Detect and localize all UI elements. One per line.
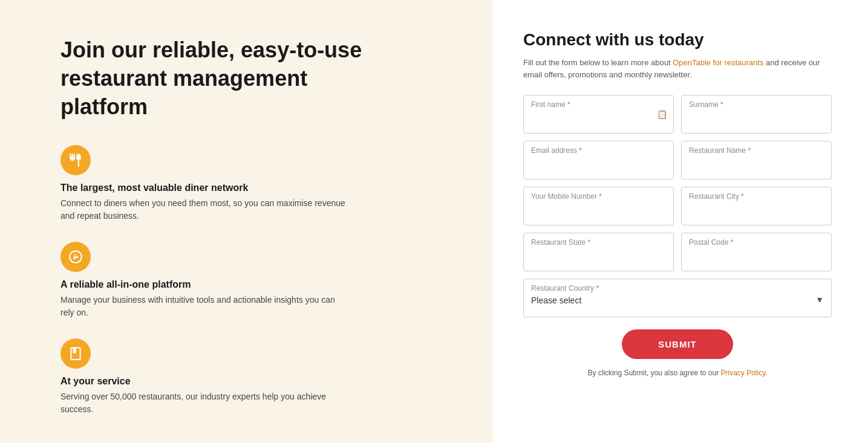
submit-row: SUBMIT	[523, 329, 832, 359]
page-headline: Join our reliable, easy-to-use restauran…	[60, 36, 375, 121]
restaurant-name-label: Restaurant Name *	[689, 146, 824, 155]
surname-input[interactable]	[689, 109, 824, 123]
form-subtitle: Fill out the form below to learn more ab…	[523, 57, 832, 80]
restaurant-name-field: Restaurant Name *	[681, 141, 832, 179]
form-title: Connect with us today	[523, 30, 832, 50]
first-name-label: First name *	[531, 100, 666, 109]
email-input[interactable]	[531, 155, 666, 169]
mobile-label: Your Mobile Number *	[531, 192, 666, 201]
chevron-down-icon: ▼	[815, 295, 824, 305]
restaurant-country-label: Restaurant Country *	[531, 284, 824, 293]
feature-all-in-one: A reliable all-in-one platform Manage yo…	[60, 242, 457, 319]
mobile-input[interactable]	[531, 201, 666, 215]
restaurant-country-field: Restaurant Country * Please select Austr…	[523, 279, 832, 317]
privacy-policy-link[interactable]: Privacy Policy	[720, 369, 765, 377]
restaurant-state-field: Restaurant State *	[523, 233, 674, 271]
compass-icon	[60, 242, 91, 272]
feature-1-desc: Connect to diners when you need them mos…	[60, 197, 351, 222]
restaurant-city-field: Restaurant City *	[681, 187, 832, 225]
fork-knife-icon	[60, 145, 91, 175]
opentable-link[interactable]: OpenTable for restaurants	[673, 58, 763, 67]
feature-diner-network: The largest, most valuable diner network…	[60, 145, 457, 222]
first-name-input[interactable]	[531, 109, 666, 123]
postal-code-label: Postal Code *	[689, 238, 824, 247]
right-panel: Connect with us today Fill out the form …	[493, 0, 868, 443]
restaurant-state-label: Restaurant State *	[531, 238, 666, 247]
feature-2-title: A reliable all-in-one platform	[60, 279, 457, 290]
feature-3-desc: Serving over 50,000 restaurants, our ind…	[60, 390, 351, 416]
email-field: Email address *	[523, 141, 674, 179]
first-name-field: First name * 📋	[523, 95, 674, 134]
feature-service: At your service Serving over 50,000 rest…	[60, 338, 457, 416]
email-label: Email address *	[531, 146, 666, 155]
postal-code-field: Postal Code *	[681, 233, 832, 271]
feature-3-title: At your service	[60, 376, 457, 387]
submit-button[interactable]: SUBMIT	[622, 329, 733, 359]
surname-label: Surname *	[689, 100, 824, 109]
restaurant-country-select[interactable]: Please select Australia United States Un…	[531, 293, 815, 307]
restaurant-city-input[interactable]	[689, 201, 824, 215]
surname-field: Surname *	[681, 95, 832, 134]
left-panel: Join our reliable, easy-to-use restauran…	[0, 0, 493, 443]
privacy-notice: By clicking Submit, you also agree to ou…	[523, 369, 832, 377]
signup-form: First name * 📋 Surname * Email address *	[523, 95, 832, 377]
feature-1-title: The largest, most valuable diner network	[60, 183, 457, 193]
restaurant-city-label: Restaurant City *	[689, 192, 824, 201]
postal-code-input[interactable]	[689, 247, 824, 261]
restaurant-state-input[interactable]	[531, 247, 666, 261]
restaurant-name-input[interactable]	[689, 155, 824, 169]
person-icon: 📋	[657, 109, 667, 119]
feature-2-desc: Manage your business with intuitive tool…	[60, 294, 351, 319]
mobile-field: Your Mobile Number *	[523, 187, 674, 225]
book-icon	[60, 338, 91, 369]
